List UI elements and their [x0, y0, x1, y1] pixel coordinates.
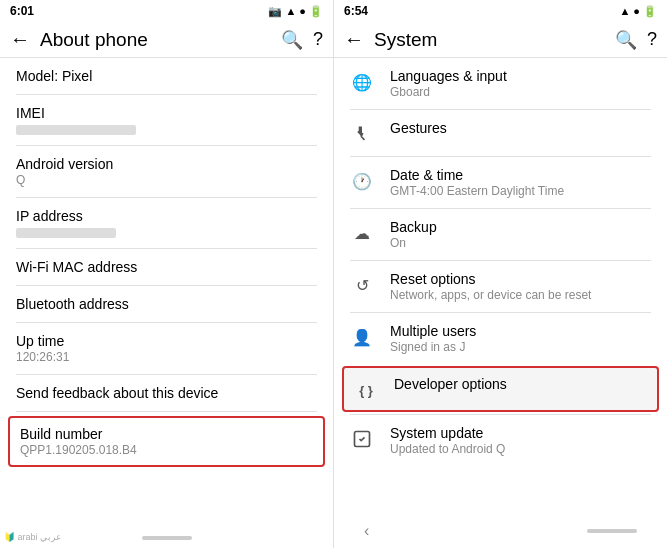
datetime-sub: GMT-4:00 Eastern Daylight Time [390, 184, 564, 198]
build-number-value: QPP1.190205.018.B4 [20, 443, 313, 457]
backup-label: Backup [390, 219, 437, 235]
ip-address-item[interactable]: IP address [0, 198, 333, 248]
users-sub: Signed in as J [390, 340, 476, 354]
update-icon [350, 427, 374, 451]
right-top-bar: ← System 🔍 ? [334, 22, 667, 57]
developer-icon: { } [354, 378, 378, 402]
left-status-icons: 📷 ▲ ● 🔋 [268, 5, 323, 18]
left-top-bar: ← About phone 🔍 ? [0, 22, 333, 57]
div8 [16, 411, 317, 412]
android-version-label: Android version [16, 156, 317, 172]
gestures-label: Gestures [390, 120, 447, 136]
update-item[interactable]: System update Updated to Android Q [334, 415, 667, 466]
reset-label: Reset options [390, 271, 591, 287]
feedback-item[interactable]: Send feedback about this device [0, 375, 333, 411]
languages-text: Languages & input Gboard [390, 68, 507, 99]
languages-icon: 🌐 [350, 70, 374, 94]
bluetooth-label: Bluetooth address [16, 296, 317, 312]
gestures-item[interactable]: Gestures [334, 110, 667, 156]
reset-text: Reset options Network, apps, or device c… [390, 271, 591, 302]
build-number-item[interactable]: Build number QPP1.190205.018.B4 [8, 416, 325, 467]
reset-item[interactable]: ↺ Reset options Network, apps, or device… [334, 261, 667, 312]
wifi-mac-item[interactable]: Wi-Fi MAC address [0, 249, 333, 285]
update-label: System update [390, 425, 505, 441]
left-home-pill[interactable] [142, 536, 192, 540]
right-title: System [374, 29, 605, 51]
left-panel: 6:01 📷 ▲ ● 🔋 ← About phone 🔍 ? Model: Pi… [0, 0, 334, 548]
languages-sub: Gboard [390, 85, 507, 99]
languages-item[interactable]: 🌐 Languages & input Gboard [334, 58, 667, 109]
right-search-button[interactable]: 🔍 [615, 29, 637, 51]
android-version-item[interactable]: Android version Q [0, 146, 333, 197]
imei-value [16, 125, 136, 135]
watermark: 🔰 arabi عربي [4, 532, 61, 542]
users-icon: 👤 [350, 325, 374, 349]
users-item[interactable]: 👤 Multiple users Signed in as J [334, 313, 667, 364]
build-number-label: Build number [20, 426, 313, 442]
bluetooth-item[interactable]: Bluetooth address [0, 286, 333, 322]
backup-item[interactable]: ☁ Backup On [334, 209, 667, 260]
imei-label: IMEI [16, 105, 317, 121]
datetime-icon: 🕐 [350, 169, 374, 193]
camera-icon: 📷 [268, 5, 282, 18]
uptime-value: 120:26:31 [16, 350, 317, 364]
right-back-button[interactable]: ← [344, 28, 364, 51]
model-label: Model: Pixel [16, 68, 317, 84]
gestures-icon [350, 122, 374, 146]
datetime-label: Date & time [390, 167, 564, 183]
developer-text: Developer options [394, 376, 507, 392]
right-panel: 6:54 ▲ ● 🔋 ← System 🔍 ? 🌐 Languages & in… [334, 0, 667, 548]
right-status-icons: ▲ ● 🔋 [619, 5, 657, 18]
uptime-item[interactable]: Up time 120:26:31 [0, 323, 333, 374]
right-help-button[interactable]: ? [647, 29, 657, 50]
reset-icon: ↺ [350, 273, 374, 297]
ip-address-label: IP address [16, 208, 317, 224]
model-item[interactable]: Model: Pixel [0, 58, 333, 94]
gestures-text: Gestures [390, 120, 447, 136]
right-signal-icon: ▲ [619, 5, 630, 17]
right-status-bar: 6:54 ▲ ● 🔋 [334, 0, 667, 22]
backup-icon: ☁ [350, 221, 374, 245]
left-title: About phone [40, 29, 271, 51]
left-settings-list: Model: Pixel IMEI Android version Q IP a… [0, 58, 333, 528]
right-home-pill[interactable] [587, 529, 637, 533]
left-time: 6:01 [10, 4, 34, 18]
right-wifi-icon: ● [633, 5, 640, 17]
backup-text: Backup On [390, 219, 437, 250]
feedback-label: Send feedback about this device [16, 385, 317, 401]
reset-sub: Network, apps, or device can be reset [390, 288, 591, 302]
left-help-button[interactable]: ? [313, 29, 323, 50]
left-status-bar: 6:01 📷 ▲ ● 🔋 [0, 0, 333, 22]
right-nav-bar: ‹ [334, 514, 667, 548]
ip-address-value [16, 228, 116, 238]
left-search-button[interactable]: 🔍 [281, 29, 303, 51]
left-back-button[interactable]: ← [10, 28, 30, 51]
developer-label: Developer options [394, 376, 507, 392]
update-sub: Updated to Android Q [390, 442, 505, 456]
android-version-value: Q [16, 173, 317, 187]
datetime-item[interactable]: 🕐 Date & time GMT-4:00 Eastern Daylight … [334, 157, 667, 208]
wifi-icon: ● [299, 5, 306, 17]
signal-icon: ▲ [285, 5, 296, 17]
backup-sub: On [390, 236, 437, 250]
uptime-label: Up time [16, 333, 317, 349]
developer-item[interactable]: { } Developer options [342, 366, 659, 412]
right-time: 6:54 [344, 4, 368, 18]
imei-item[interactable]: IMEI [0, 95, 333, 145]
right-battery-icon: 🔋 [643, 5, 657, 18]
update-text: System update Updated to Android Q [390, 425, 505, 456]
right-settings-list: 🌐 Languages & input Gboard Gestures 🕐 Da… [334, 58, 667, 514]
wifi-mac-label: Wi-Fi MAC address [16, 259, 317, 275]
languages-label: Languages & input [390, 68, 507, 84]
users-label: Multiple users [390, 323, 476, 339]
datetime-text: Date & time GMT-4:00 Eastern Daylight Ti… [390, 167, 564, 198]
right-back-nav-icon[interactable]: ‹ [364, 522, 369, 540]
users-text: Multiple users Signed in as J [390, 323, 476, 354]
battery-icon: 🔋 [309, 5, 323, 18]
watermark-text: 🔰 arabi عربي [4, 532, 61, 542]
